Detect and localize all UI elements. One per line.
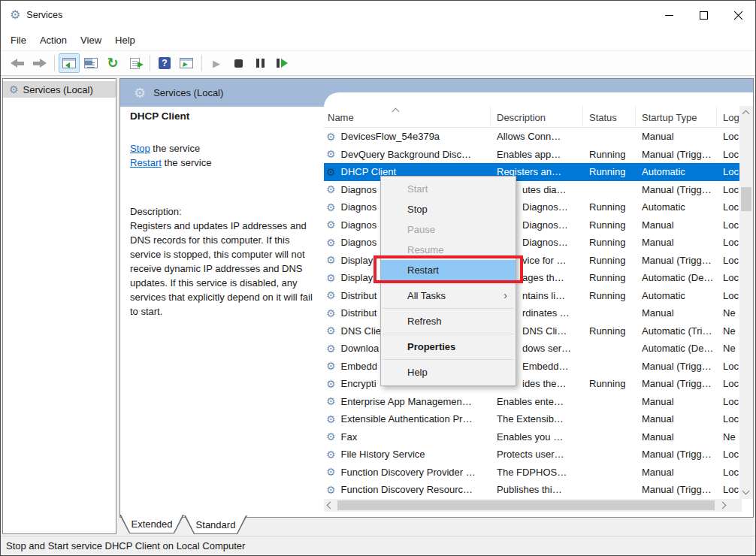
service-status-cell: Running xyxy=(583,322,636,340)
table-row[interactable]: ⚙Enterprise App Managemen… Enables ente…… xyxy=(324,393,742,411)
service-gear-icon: ⚙ xyxy=(326,149,336,159)
tab-extended[interactable]: Extended xyxy=(119,515,184,533)
show-console-tree-icon[interactable] xyxy=(59,53,80,73)
service-log-on-as-cell: Loc xyxy=(717,269,742,287)
service-startup-type-cell: Automatic (De… xyxy=(636,269,717,287)
restart-annotation-box xyxy=(373,255,523,283)
help-icon[interactable]: ? xyxy=(154,53,175,73)
menu-view[interactable]: View xyxy=(74,32,108,49)
minimize-button[interactable] xyxy=(652,1,686,29)
menu-file[interactable]: File xyxy=(4,32,33,49)
close-button[interactable] xyxy=(721,1,755,29)
stop-service-icon[interactable] xyxy=(228,53,249,73)
context-menu-item-refresh[interactable]: Refresh› xyxy=(381,311,516,331)
menu-action[interactable]: Action xyxy=(33,32,74,49)
horizontal-scrollbar-thumb[interactable] xyxy=(337,500,715,510)
context-menu-item-help[interactable]: Help› xyxy=(381,362,516,382)
service-log-on-as-cell: Loc xyxy=(717,181,742,199)
column-header-log-on-as[interactable]: Log xyxy=(717,106,742,127)
service-description-cell: Publishes thi… xyxy=(491,481,583,499)
forward-icon[interactable] xyxy=(29,53,50,73)
menu-bar: File Action View Help xyxy=(1,29,755,50)
properties-icon[interactable] xyxy=(80,53,101,73)
service-status-cell xyxy=(583,410,636,428)
service-name-cell: ⚙Fax xyxy=(324,428,491,446)
service-startup-type-cell: Automatic xyxy=(636,198,717,216)
service-log-on-as-cell: Loc xyxy=(717,128,742,146)
service-startup-type-cell: Manual xyxy=(636,216,717,234)
column-header-description[interactable]: Description xyxy=(491,106,583,127)
scroll-left-icon[interactable] xyxy=(327,502,334,509)
show-action-pane-icon[interactable]: ▶ xyxy=(176,53,197,73)
table-row[interactable]: ⚙Fax Enables you … Manual Ne xyxy=(324,428,742,446)
service-log-on-as-cell: Loc xyxy=(717,163,742,181)
stop-service-link[interactable]: Stop xyxy=(130,143,150,154)
service-status-cell: Running xyxy=(583,216,636,234)
service-gear-icon: ⚙ xyxy=(326,414,336,425)
service-status-cell: Running xyxy=(583,375,636,393)
service-log-on-as-cell: Loc xyxy=(717,216,742,234)
service-log-on-as-cell: Loc xyxy=(717,393,742,411)
tree-item-services-local[interactable]: ⚙ Services (Local) xyxy=(3,81,116,98)
service-startup-type-cell: Manual xyxy=(636,428,717,446)
service-description: Registers and updates IP addresses and D… xyxy=(130,219,319,319)
menu-separator xyxy=(383,334,514,334)
refresh-icon[interactable]: ↻ xyxy=(102,53,123,73)
service-gear-icon: ⚙ xyxy=(326,255,336,265)
table-row[interactable]: ⚙Function Discovery Resourc… Publishes t… xyxy=(324,481,742,499)
horizontal-scrollbar[interactable] xyxy=(324,499,742,512)
service-startup-type-cell: Manual xyxy=(636,234,717,252)
back-icon[interactable] xyxy=(7,53,28,73)
service-status-cell xyxy=(583,428,636,446)
service-gear-icon: ⚙ xyxy=(326,361,336,371)
toolbar-separator xyxy=(54,55,55,71)
table-row[interactable]: ⚙DevicesFlow_54e379a Allows Conn… Manual… xyxy=(324,128,742,146)
service-description-cell: Protects user… xyxy=(491,446,583,464)
table-row[interactable]: ⚙File History Service Protects user… Man… xyxy=(324,446,742,464)
table-row[interactable]: ⚙Extensible Authentication Pr… The Exten… xyxy=(324,410,742,428)
scroll-down-icon[interactable] xyxy=(742,488,750,495)
service-log-on-as-cell: Loc xyxy=(717,375,742,393)
context-menu-item-stop[interactable]: Stop› xyxy=(381,199,516,219)
services-gear-icon: ⚙ xyxy=(9,84,19,95)
service-status-cell: Running xyxy=(583,287,636,305)
column-header-startup-type[interactable]: Startup Type xyxy=(636,106,717,127)
start-service-icon[interactable]: ▶ xyxy=(206,53,227,73)
vertical-scrollbar-thumb[interactable] xyxy=(741,187,751,211)
table-row[interactable]: ⚙Function Discovery Provider … The FDPHO… xyxy=(324,464,742,482)
service-description-cell: Enables app… xyxy=(491,146,583,164)
menu-help[interactable]: Help xyxy=(108,32,142,49)
service-gear-icon: ⚙ xyxy=(326,485,336,495)
table-row[interactable]: ⚙DevQuery Background Disc… Enables app… … xyxy=(324,146,742,164)
vertical-scrollbar[interactable] xyxy=(739,106,753,499)
service-startup-type-cell: Manual (Trigg… xyxy=(636,252,717,270)
scroll-right-icon[interactable] xyxy=(719,502,727,509)
column-header-status[interactable]: Status xyxy=(583,106,636,127)
service-gear-icon: ⚙ xyxy=(326,431,336,442)
service-log-on-as-cell: Loc xyxy=(717,252,742,270)
service-gear-icon: ⚙ xyxy=(326,219,336,230)
tab-standard[interactable]: Standard xyxy=(184,515,247,534)
service-log-on-as-cell: Loc xyxy=(717,481,742,499)
restart-service-link[interactable]: Restart xyxy=(130,157,162,168)
service-log-on-as-cell: Loc xyxy=(717,287,742,305)
context-menu-item-properties[interactable]: Properties› xyxy=(381,337,516,357)
status-bar: Stop and Start service DHCP Client on Lo… xyxy=(1,536,755,555)
scroll-up-icon[interactable] xyxy=(742,110,750,118)
service-gear-icon: ⚙ xyxy=(326,290,336,301)
service-log-on-as-cell: Ne xyxy=(717,340,742,358)
service-description-cell: Enables you … xyxy=(491,428,583,446)
context-menu-item-all-tasks[interactable]: All Tasks› xyxy=(381,286,516,306)
context-menu-item-start: Start› xyxy=(381,179,516,199)
service-description-cell: The Extensib… xyxy=(491,410,583,428)
column-header-name[interactable]: Name xyxy=(324,106,491,127)
service-gear-icon: ⚙ xyxy=(326,308,336,319)
service-startup-type-cell: Automatic (De… xyxy=(636,340,717,358)
service-name-cell: ⚙Enterprise App Managemen… xyxy=(324,393,491,411)
export-list-icon[interactable] xyxy=(124,53,145,73)
service-name-cell: ⚙Function Discovery Resourc… xyxy=(324,481,491,499)
restart-service-icon[interactable] xyxy=(271,53,292,73)
pause-service-icon[interactable] xyxy=(249,53,271,73)
service-status-cell xyxy=(583,304,636,322)
maximize-button[interactable] xyxy=(686,1,721,29)
